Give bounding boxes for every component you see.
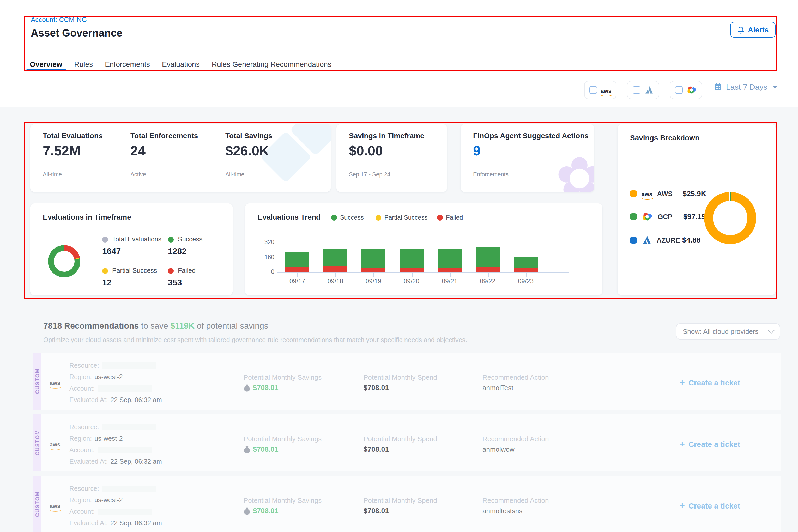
redacted-value bbox=[97, 385, 152, 392]
spend-value: $708.01 bbox=[363, 384, 389, 392]
custom-rule-tag-label: CUSTOM bbox=[34, 492, 40, 517]
detail-line-resource: Resource: bbox=[69, 423, 156, 431]
money-bag-icon bbox=[244, 507, 250, 515]
detail-value: 22 Sep, 06:32 am bbox=[110, 396, 162, 404]
detail-label: Account: bbox=[69, 385, 95, 392]
detail-label: Region: bbox=[69, 435, 92, 442]
plus-icon: + bbox=[680, 501, 685, 511]
detail-line-resource: Resource: bbox=[69, 362, 156, 369]
detail-label: Resource: bbox=[69, 485, 99, 492]
detail-line-account: Account: bbox=[69, 508, 152, 515]
detail-value: 22 Sep, 06:32 am bbox=[110, 519, 162, 527]
detail-line-evaluated-at: Evaluated At:22 Sep, 06:32 am bbox=[69, 458, 162, 465]
detail-label: Region: bbox=[69, 496, 92, 504]
detail-value: us-west-2 bbox=[94, 435, 122, 442]
gcp-icon-wrap bbox=[686, 86, 697, 94]
action-value: anmolTest bbox=[482, 384, 513, 392]
recommendation-row: CUSTOMawsResource:Region:us-west-2Accoun… bbox=[33, 476, 781, 532]
calendar-icon bbox=[714, 82, 722, 91]
action-label: Recommended Action bbox=[482, 496, 549, 505]
detail-line-evaluated-at: Evaluated At:22 Sep, 06:32 am bbox=[69, 519, 162, 527]
redacted-value bbox=[102, 424, 156, 430]
provider-filter-azure[interactable] bbox=[627, 81, 659, 99]
detail-line-region: Region:us-west-2 bbox=[69, 496, 123, 504]
create-ticket-button[interactable]: +Create a ticket bbox=[680, 439, 740, 450]
detail-value: 22 Sep, 06:32 am bbox=[110, 458, 162, 465]
detail-label: Resource: bbox=[69, 423, 99, 431]
detail-line-account: Account: bbox=[69, 446, 152, 454]
detail-line-evaluated-at: Evaluated At:22 Sep, 06:32 am bbox=[69, 396, 162, 404]
money-bag-icon bbox=[244, 384, 250, 392]
aws-logo-icon: aws bbox=[50, 503, 60, 509]
date-range-picker[interactable]: Last 7 Days bbox=[714, 82, 778, 91]
savings-value: $708.01 bbox=[244, 384, 279, 392]
savings-label: Potential Monthly Savings bbox=[244, 496, 322, 505]
aws-checkbox[interactable] bbox=[589, 86, 597, 94]
redacted-value bbox=[102, 362, 156, 369]
recommendations-subtitle: Optimize your cloud assets and minimize … bbox=[43, 337, 467, 344]
chevron-down-icon bbox=[768, 327, 774, 334]
detail-line-account: Account: bbox=[69, 385, 152, 392]
date-range-label: Last 7 Days bbox=[726, 82, 767, 91]
redacted-value bbox=[97, 447, 152, 453]
spend-value: $708.01 bbox=[363, 507, 389, 515]
annotation-rect-2 bbox=[24, 121, 777, 299]
aws-logo-icon: aws bbox=[50, 442, 60, 448]
detail-line-resource: Resource: bbox=[69, 485, 156, 492]
provider-icon-wrap: aws bbox=[50, 378, 60, 387]
detail-label: Region: bbox=[69, 374, 92, 381]
provider-icon-wrap: aws bbox=[50, 501, 60, 510]
azure-icon bbox=[644, 85, 654, 95]
create-ticket-label: Create a ticket bbox=[688, 502, 740, 510]
provider-filter-gcp[interactable] bbox=[670, 81, 702, 99]
gcp-checkbox[interactable] bbox=[675, 86, 683, 94]
create-ticket-label: Create a ticket bbox=[688, 379, 740, 387]
gcp-icon bbox=[686, 86, 697, 94]
action-value: anmoltestsns bbox=[482, 507, 522, 515]
redacted-value bbox=[97, 509, 152, 515]
provider-icon-wrap: aws bbox=[50, 439, 60, 449]
detail-label: Evaluated At: bbox=[69, 519, 108, 527]
detail-label: Account: bbox=[69, 446, 95, 454]
savings-label: Potential Monthly Savings bbox=[244, 435, 322, 443]
aws-icon-wrap: aws bbox=[601, 85, 611, 95]
show-cloud-providers-dropdown[interactable]: Show: All cloud providers bbox=[676, 323, 780, 340]
redacted-value bbox=[102, 486, 156, 492]
custom-rule-tag: CUSTOM bbox=[33, 476, 41, 532]
detail-label: Evaluated At: bbox=[69, 458, 108, 465]
custom-rule-tag-label: CUSTOM bbox=[34, 430, 40, 456]
create-ticket-button[interactable]: +Create a ticket bbox=[680, 501, 740, 511]
detail-value: us-west-2 bbox=[94, 374, 122, 381]
aws-logo-icon: aws bbox=[50, 380, 60, 386]
recommendations-count: 7818 Recommendations bbox=[43, 321, 139, 330]
provider-filter-aws[interactable]: aws bbox=[584, 81, 616, 99]
dropdown-value: Show: All cloud providers bbox=[683, 327, 759, 335]
custom-rule-tag: CUSTOM bbox=[33, 353, 41, 410]
azure-checkbox[interactable] bbox=[632, 86, 640, 94]
create-ticket-button[interactable]: +Create a ticket bbox=[680, 378, 740, 388]
detail-line-region: Region:us-west-2 bbox=[69, 435, 123, 442]
plus-icon: + bbox=[680, 378, 685, 388]
savings-amount: $708.01 bbox=[253, 507, 279, 515]
action-label: Recommended Action bbox=[482, 374, 549, 381]
action-value: anmolwow bbox=[482, 445, 515, 453]
chevron-down-icon bbox=[773, 85, 778, 89]
spend-label: Potential Monthly Spend bbox=[363, 374, 437, 381]
spend-label: Potential Monthly Spend bbox=[363, 496, 437, 505]
asset-governance-page: Account: CCM-NG Asset Governance Overvie… bbox=[0, 0, 798, 532]
recommendation-row: CUSTOMawsResource:Region:us-west-2Accoun… bbox=[33, 353, 781, 410]
create-ticket-label: Create a ticket bbox=[688, 440, 740, 449]
recommendations-savings-highlight: $119K bbox=[170, 321, 194, 330]
detail-label: Evaluated At: bbox=[69, 396, 108, 404]
plus-icon: + bbox=[680, 439, 685, 450]
action-label: Recommended Action bbox=[482, 435, 549, 443]
aws-logo-icon: aws bbox=[601, 88, 611, 94]
spend-value: $708.01 bbox=[363, 445, 389, 453]
savings-amount: $708.01 bbox=[253, 445, 279, 453]
savings-amount: $708.01 bbox=[253, 384, 279, 392]
recommendation-row: CUSTOMawsResource:Region:us-west-2Accoun… bbox=[33, 414, 781, 472]
detail-label: Account: bbox=[69, 508, 95, 515]
recommendations-mid-text: to save bbox=[141, 321, 168, 330]
detail-line-region: Region:us-west-2 bbox=[69, 374, 123, 381]
detail-label: Resource: bbox=[69, 362, 99, 369]
